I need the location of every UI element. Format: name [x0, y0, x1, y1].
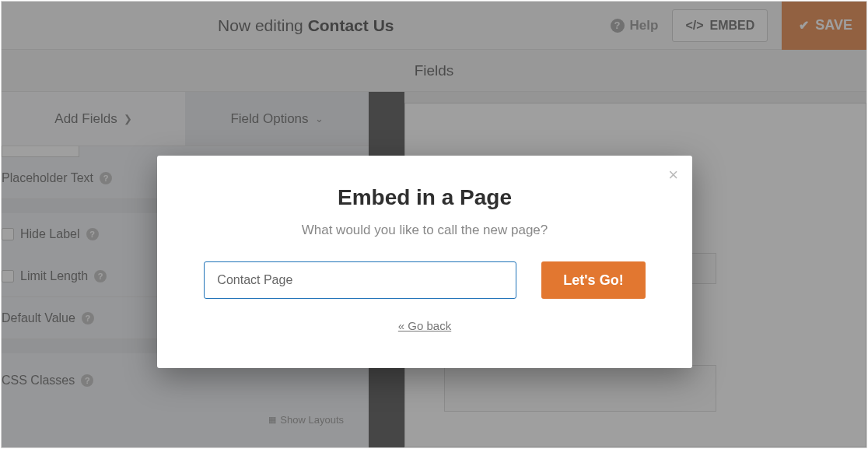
modal-subtitle: What would you like to call the new page…: [202, 223, 647, 238]
close-icon[interactable]: ×: [668, 165, 678, 185]
modal-title: Embed in a Page: [202, 185, 647, 210]
lets-go-button[interactable]: Let's Go!: [541, 261, 645, 299]
page-name-input[interactable]: [204, 261, 516, 299]
go-back-link[interactable]: « Go back: [202, 319, 647, 332]
embed-modal: × Embed in a Page What would you like to…: [157, 156, 692, 368]
modal-input-row: Let's Go!: [202, 261, 647, 299]
